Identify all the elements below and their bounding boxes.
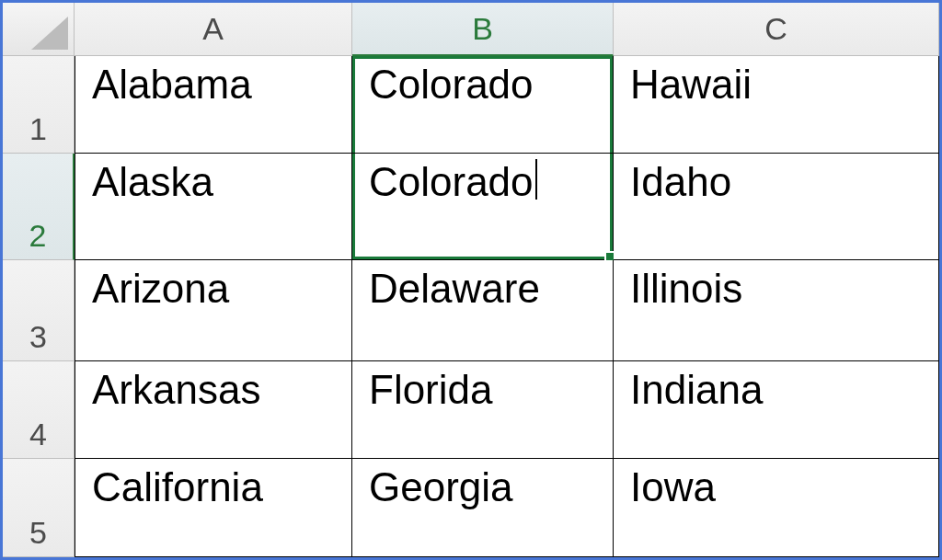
cell-value: Indiana — [630, 367, 763, 413]
cell-value: Alabama — [92, 62, 252, 108]
cell-A3[interactable]: Arizona — [75, 260, 352, 361]
row-header-1[interactable]: 1 — [3, 56, 75, 154]
cell-value: Hawaii — [630, 62, 752, 108]
cell-value: Arizona — [92, 266, 229, 312]
row-header-2[interactable]: 2 — [3, 154, 75, 260]
cell-B3[interactable]: Delaware — [352, 260, 614, 361]
cell-value: Alaska — [92, 159, 213, 205]
row-header-3[interactable]: 3 — [3, 260, 75, 361]
cell-value: Florida — [369, 367, 493, 413]
cell-C3[interactable]: Illinois — [614, 260, 939, 361]
cell-B5[interactable]: Georgia — [352, 459, 614, 557]
spreadsheet-grid: A B C 1 Alabama Colorado Hawaii 2 Alaska… — [3, 3, 939, 557]
cell-B1[interactable]: Colorado — [352, 56, 614, 154]
cell-A4[interactable]: Arkansas — [75, 361, 352, 459]
cell-value: Colorado — [369, 159, 534, 205]
cell-C1[interactable]: Hawaii — [614, 56, 939, 154]
column-header-C[interactable]: C — [614, 3, 939, 56]
cell-value: Iowa — [630, 464, 716, 510]
cell-value: Georgia — [369, 464, 513, 510]
text-caret — [535, 159, 537, 200]
cell-A1[interactable]: Alabama — [75, 56, 352, 154]
cell-C4[interactable]: Indiana — [614, 361, 939, 459]
cell-value: Illinois — [630, 266, 742, 312]
cell-value: Idaho — [630, 159, 731, 205]
column-header-A[interactable]: A — [75, 3, 352, 56]
cell-value: Colorado — [369, 62, 534, 108]
column-header-B[interactable]: B — [352, 3, 614, 56]
cell-B2[interactable]: Colorado — [352, 154, 614, 260]
select-all-corner[interactable] — [3, 3, 75, 56]
cell-C2[interactable]: Idaho — [614, 154, 939, 260]
cell-value: Arkansas — [92, 367, 260, 413]
cell-A5[interactable]: California — [75, 459, 352, 557]
row-header-5[interactable]: 5 — [3, 459, 75, 557]
cell-value: Delaware — [369, 266, 540, 312]
cell-A2[interactable]: Alaska — [75, 154, 352, 260]
row-header-4[interactable]: 4 — [3, 361, 75, 459]
cell-value: California — [92, 464, 263, 510]
cell-C5[interactable]: Iowa — [614, 459, 939, 557]
cell-B4[interactable]: Florida — [352, 361, 614, 459]
